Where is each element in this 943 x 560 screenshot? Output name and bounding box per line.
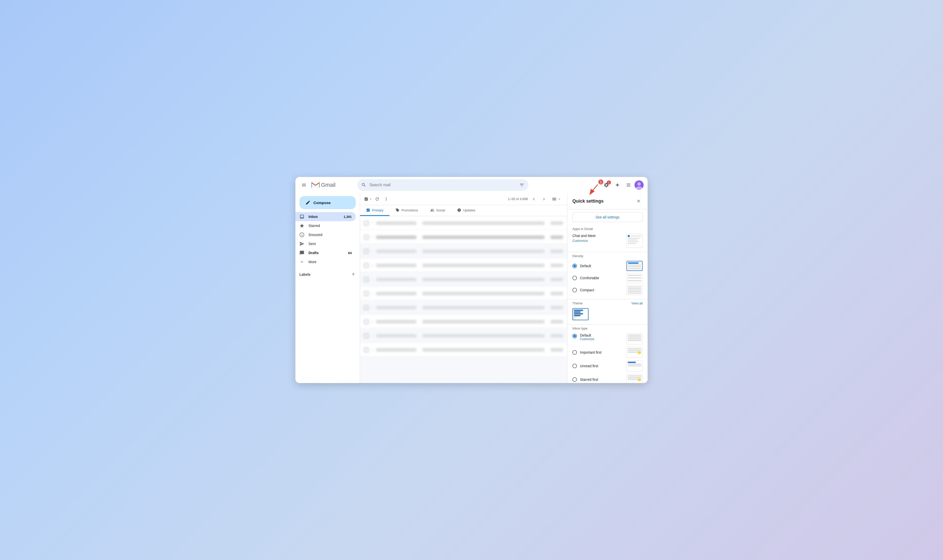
email-checkbox[interactable]	[364, 263, 369, 268]
email-checkbox[interactable]	[364, 249, 369, 254]
more-toolbar-button[interactable]	[382, 195, 390, 203]
settings-button[interactable]: 1	[601, 180, 611, 190]
tab-promotions-label: Promotions	[401, 208, 418, 212]
chat-customize-link[interactable]: Customize	[573, 239, 624, 243]
compose-button[interactable]: Compose	[299, 196, 356, 209]
theme-thumbnail[interactable]	[573, 308, 588, 320]
table-row[interactable]: ☆	[360, 272, 567, 286]
refresh-button[interactable]	[373, 195, 381, 203]
table-row[interactable]: ☆	[360, 329, 567, 343]
quick-settings-title: Quick settings	[573, 198, 634, 204]
next-page-button[interactable]	[540, 195, 548, 203]
email-checkbox[interactable]	[364, 221, 369, 225]
density-compact-option[interactable]: Compact	[573, 285, 643, 295]
google-apps-button[interactable]	[624, 180, 634, 190]
inbox-important-option[interactable]: Important first ⭐	[573, 347, 643, 358]
email-checkbox[interactable]	[364, 305, 369, 310]
density-comfortable-radio[interactable]	[573, 276, 577, 280]
checkbox-dropdown-icon[interactable]	[369, 197, 372, 201]
inbox-starred-option[interactable]: Starred first ⭐	[573, 374, 643, 383]
inbox-unread-option[interactable]: Unread first	[573, 360, 643, 371]
search-bar	[357, 179, 528, 191]
table-row[interactable]: ☆	[360, 286, 567, 301]
sent-icon	[299, 241, 304, 246]
email-checkbox[interactable]	[364, 277, 369, 282]
density-default-radio[interactable]	[573, 264, 577, 268]
tab-updates[interactable]: Updates	[451, 205, 481, 216]
density-section-title: Density	[573, 254, 643, 258]
table-row[interactable]: ☆	[360, 343, 567, 357]
snoozed-icon	[299, 232, 304, 237]
star-button[interactable]: ☆	[370, 305, 374, 310]
inbox-default-customize[interactable]: Customize	[580, 337, 594, 341]
close-quick-settings-button[interactable]	[634, 197, 643, 205]
email-checkbox[interactable]	[364, 334, 369, 338]
avatar[interactable]	[634, 180, 644, 189]
tab-promotions[interactable]: Promotions	[389, 205, 424, 216]
view-dropdown-icon[interactable]	[557, 197, 561, 201]
table-row[interactable]: ☆	[360, 244, 567, 258]
sidebar-item-drafts[interactable]: Drafts 64	[295, 248, 356, 257]
inbox-default-option[interactable]: Default Customize	[573, 333, 643, 345]
density-comfortable-thumbnail	[627, 273, 643, 283]
star-button[interactable]: ☆	[370, 333, 374, 338]
updates-tab-icon	[457, 208, 461, 212]
sidebar-item-inbox[interactable]: Inbox 1,391	[295, 212, 356, 221]
hamburger-menu-button[interactable]	[299, 180, 309, 189]
search-filter-icon[interactable]	[519, 183, 524, 188]
star-button[interactable]: ☆	[370, 263, 374, 268]
tab-primary[interactable]: Primary	[360, 205, 389, 216]
tab-social[interactable]: Social	[424, 205, 451, 216]
add-label-button[interactable]: +	[351, 271, 356, 278]
table-row[interactable]: ☆	[360, 216, 567, 230]
table-row[interactable]: ☆	[360, 258, 567, 272]
view-layout-button[interactable]	[550, 196, 563, 202]
table-row[interactable]: ☆	[360, 315, 567, 329]
prev-page-button[interactable]	[530, 195, 538, 203]
close-icon	[636, 199, 641, 203]
star-button[interactable]: ☆	[370, 249, 374, 254]
star-button[interactable]: ☆	[370, 221, 374, 225]
table-row[interactable]: ☆	[360, 230, 567, 244]
email-list: ☆ ☆ ☆	[360, 216, 567, 383]
inbox-default-radio[interactable]	[573, 334, 577, 338]
compose-icon	[306, 200, 310, 205]
star-button[interactable]: ☆	[370, 319, 374, 324]
sidebar: Compose Inbox 1,391 Starred	[295, 193, 360, 383]
header-left: Gmail	[299, 180, 357, 189]
star-button[interactable]: ☆	[370, 291, 374, 296]
svg-rect-3	[312, 183, 312, 188]
sidebar-item-snoozed[interactable]: Snoozed	[295, 230, 356, 239]
theme-section: Theme View all	[567, 299, 648, 325]
more-icon	[299, 259, 304, 265]
email-checkbox[interactable]	[364, 291, 369, 296]
table-row[interactable]: ☆	[360, 301, 567, 315]
sidebar-item-starred[interactable]: Starred	[295, 221, 356, 230]
email-checkbox[interactable]	[364, 235, 369, 240]
density-default-option[interactable]: Default	[573, 261, 643, 271]
sidebar-item-more[interactable]: More	[295, 257, 356, 266]
star-button[interactable]: ☆	[370, 348, 374, 352]
gemini-button[interactable]	[613, 180, 622, 190]
email-checkbox[interactable]	[364, 348, 369, 352]
select-all-button[interactable]	[364, 195, 372, 203]
app-container: Gmail 1	[295, 177, 648, 383]
theme-view-all-button[interactable]: View all	[631, 302, 643, 305]
header-right: 1 1	[601, 180, 644, 190]
chat-meet-label: Chat and Meet	[573, 234, 624, 238]
inbox-starred-radio[interactable]	[573, 377, 577, 382]
search-input[interactable]	[369, 183, 516, 187]
inbox-important-thumbnail: ⭐	[627, 347, 643, 358]
star-button[interactable]: ☆	[370, 235, 374, 240]
email-list-inner: ☆ ☆ ☆	[360, 216, 567, 357]
density-compact-radio[interactable]	[573, 288, 577, 292]
sidebar-item-sent[interactable]: Sent	[295, 239, 356, 248]
see-all-settings-button[interactable]: See all settings	[573, 212, 643, 222]
checkbox-icon	[364, 197, 368, 202]
inbox-unread-radio[interactable]	[573, 364, 577, 368]
star-button[interactable]: ☆	[370, 277, 374, 282]
density-comfortable-option[interactable]: Comfortable	[573, 273, 643, 283]
email-checkbox[interactable]	[364, 320, 369, 324]
pagination-text: 1–50 of 4,898	[508, 197, 528, 201]
inbox-important-radio[interactable]	[573, 350, 577, 355]
